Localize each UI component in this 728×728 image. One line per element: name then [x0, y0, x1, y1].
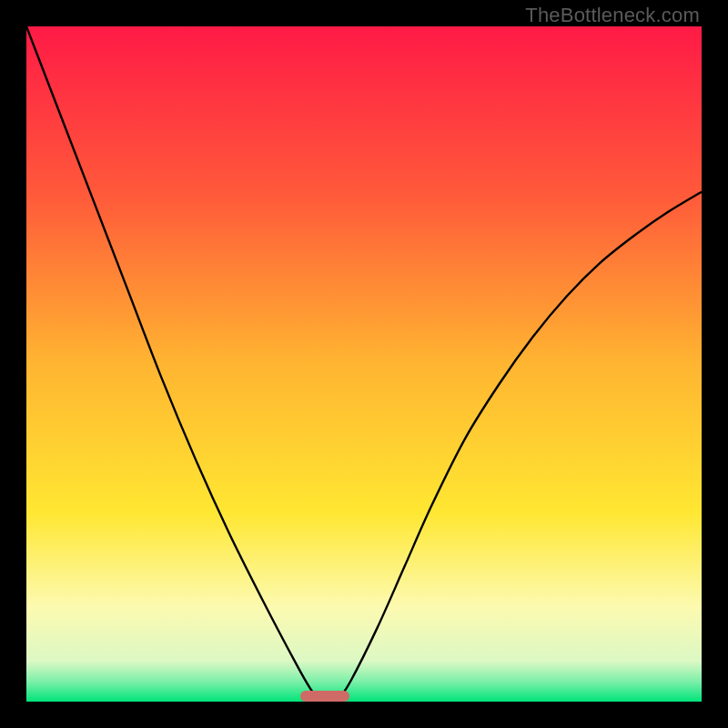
minimum-marker [300, 691, 349, 702]
curve-layer [26, 26, 702, 702]
watermark-text: TheBottleneck.com [525, 4, 700, 27]
curve-left [26, 26, 320, 702]
chart-frame: TheBottleneck.com [0, 0, 728, 728]
plot-area [26, 26, 702, 702]
curve-right [337, 192, 702, 702]
